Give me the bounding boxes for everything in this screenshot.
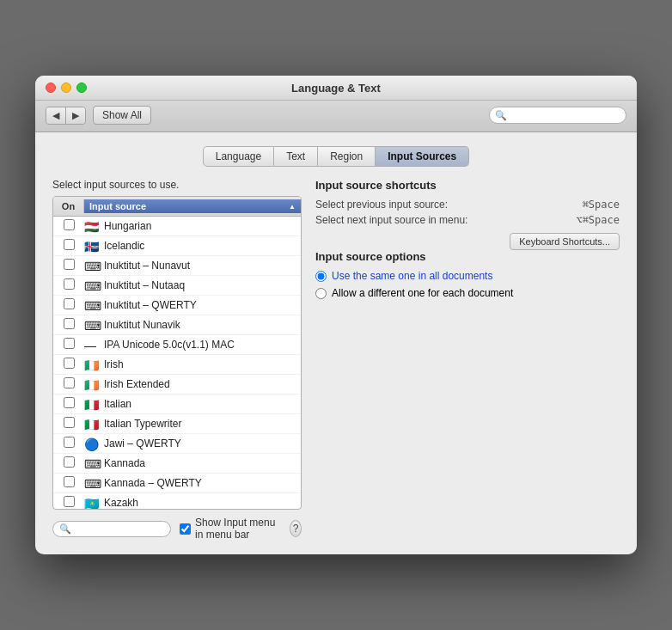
item-flag-icon: 🔵 [84, 438, 100, 449]
item-flag-icon: 🇮🇪 [84, 379, 100, 389]
item-flag-icon: 🇮🇹 [84, 419, 100, 429]
tab-region[interactable]: Region [318, 146, 376, 167]
list-item: — IPA Unicode 5.0c(v1.1) MAC [53, 335, 301, 355]
item-flag-icon: ⌨ [84, 260, 100, 271]
show-menu-bar-area: Show Input menu in menu bar [180, 517, 281, 541]
item-label: Italian Typewriter [104, 418, 301, 430]
option2-radio[interactable] [315, 288, 327, 299]
item-checkbox[interactable] [64, 338, 75, 349]
instruction-text: Select input sources to use. [52, 179, 302, 191]
shortcut-prev-row: Select previous input source: ⌘Space [315, 199, 620, 211]
item-checkbox-wrapper [53, 397, 84, 411]
keyboard-shortcuts-button[interactable]: Keyboard Shortcuts... [510, 233, 620, 250]
list-item: 🇭🇺 Hungarian [53, 217, 301, 236]
right-panel: Input source shortcuts Select previous i… [315, 179, 620, 541]
item-flag-icon: 🇭🇺 [84, 221, 100, 231]
item-checkbox[interactable] [64, 358, 75, 369]
item-checkbox[interactable] [64, 417, 75, 428]
item-flag-icon: ⌨ [84, 478, 100, 488]
item-label: Inuktitut – QWERTY [104, 299, 301, 311]
sort-arrow-icon: ▲ [289, 203, 296, 211]
item-label: IPA Unicode 5.0c(v1.1) MAC [104, 339, 301, 351]
item-label: Irish Extended [104, 378, 301, 390]
item-checkbox-wrapper [53, 318, 84, 332]
item-label: Kazakh [104, 497, 301, 509]
tab-input-sources[interactable]: Input Sources [376, 146, 469, 167]
item-label: Jawi – QWERTY [104, 437, 301, 450]
content-area: Language Text Region Input Sources Selec… [35, 132, 637, 554]
item-flag-icon: ⌨ [84, 458, 100, 468]
item-label: Inuktitut – Nutaaq [104, 279, 301, 291]
item-checkbox[interactable] [64, 437, 75, 448]
search-bottom-area: 🔍 Show Input menu in menu bar ? [52, 517, 302, 541]
option1-row: Use the same one in all documents [315, 270, 620, 282]
item-checkbox-wrapper [53, 417, 84, 431]
item-checkbox[interactable] [64, 298, 75, 309]
shortcut-next-label: Select next input source in menu: [315, 214, 467, 226]
item-checkbox-wrapper [53, 476, 84, 490]
item-flag-icon: 🇰🇿 [84, 498, 100, 508]
list-item: 🇮🇹 Italian [53, 395, 301, 414]
item-label: Inuktitut – Nunavut [104, 260, 301, 272]
item-label: Kannada [104, 457, 301, 469]
item-checkbox[interactable] [64, 278, 75, 290]
item-checkbox[interactable] [64, 496, 75, 507]
show-menu-bar-label: Show Input menu in menu bar [195, 517, 281, 541]
header-on: On [53, 199, 84, 213]
item-checkbox-wrapper [53, 338, 84, 352]
shortcuts-section: Input source shortcuts Select previous i… [315, 179, 620, 226]
item-flag-icon: ⌨ [84, 300, 100, 310]
list-search: 🔍 [52, 521, 171, 537]
list-search-icon: 🔍 [59, 523, 71, 535]
tab-language[interactable]: Language [203, 146, 274, 167]
back-button[interactable]: ◀ [46, 107, 66, 124]
option2-label: Allow a different one for each document [332, 287, 513, 299]
item-checkbox-wrapper [53, 496, 84, 509]
item-checkbox[interactable] [64, 259, 75, 270]
item-checkbox[interactable] [64, 377, 75, 388]
item-checkbox-wrapper [53, 259, 84, 272]
toolbar-search-input[interactable] [510, 109, 620, 121]
list-item: 🔵 Jawi – QWERTY [53, 434, 301, 454]
shortcut-next-row: Select next input source in menu: ⌥⌘Spac… [315, 214, 620, 226]
list-item: 🇮🇪 Irish [53, 355, 301, 375]
option2-row: Allow a different one for each document [315, 287, 620, 299]
option1-label: Use the same one in all documents [332, 270, 492, 282]
tab-text[interactable]: Text [274, 146, 318, 167]
shortcut-prev-key: ⌘Space [583, 199, 620, 211]
forward-button[interactable]: ▶ [66, 107, 85, 124]
list-item: 🇮🇪 Irish Extended [53, 375, 301, 395]
list-item: ⌨ Inuktitut – Nunavut [53, 256, 301, 276]
options-title: Input source options [315, 250, 620, 263]
item-checkbox[interactable] [64, 476, 75, 487]
show-menu-bar-checkbox[interactable] [180, 523, 191, 535]
header-source[interactable]: Input source ▲ [84, 199, 301, 213]
minimize-button[interactable] [61, 83, 71, 93]
item-checkbox-wrapper [53, 437, 84, 450]
maximize-button[interactable] [76, 83, 87, 93]
item-flag-icon: 🇮🇪 [84, 359, 100, 370]
item-checkbox[interactable] [64, 397, 75, 408]
list-item: 🇮🇹 Italian Typewriter [53, 414, 301, 434]
item-flag-icon: ⌨ [84, 280, 100, 291]
item-label: Italian [104, 398, 301, 410]
shortcuts-title: Input source shortcuts [315, 179, 620, 192]
item-checkbox[interactable] [64, 318, 75, 329]
item-flag-icon: 🇮🇹 [84, 399, 100, 409]
show-all-button[interactable]: Show All [93, 106, 151, 125]
option1-radio[interactable] [315, 271, 327, 282]
list-item: ⌨ Inuktitut Nunavik [53, 315, 301, 335]
item-checkbox-wrapper [53, 358, 84, 371]
item-checkbox[interactable] [64, 456, 75, 468]
input-source-list: On Input source ▲ 🇭🇺 Hungarian 🇮🇸 [52, 196, 302, 510]
toolbar-search: 🔍 [489, 107, 626, 124]
item-checkbox-wrapper [53, 456, 84, 470]
shortcut-next-key: ⌥⌘Space [576, 214, 620, 226]
list-item: 🇰🇿 Kazakh [53, 493, 301, 509]
close-button[interactable] [46, 83, 56, 93]
help-button[interactable]: ? [290, 520, 302, 537]
item-checkbox-wrapper [53, 239, 84, 253]
item-checkbox[interactable] [64, 219, 75, 230]
item-checkbox[interactable] [64, 239, 75, 250]
list-search-input[interactable] [75, 523, 164, 534]
